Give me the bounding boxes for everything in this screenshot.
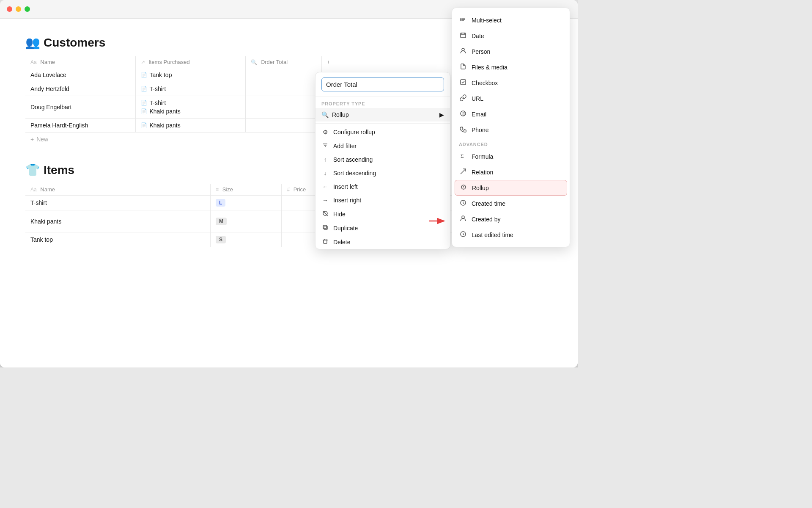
rollup-search-icon: 🔍 xyxy=(321,111,329,118)
url-icon xyxy=(459,94,467,102)
multiselect-option[interactable]: Multi-select xyxy=(452,12,570,28)
date-icon xyxy=(459,32,467,40)
date-label: Date xyxy=(472,33,484,39)
multiselect-icon xyxy=(459,16,467,24)
plus-icon: + xyxy=(30,136,34,143)
price-col-icon: # xyxy=(287,187,290,193)
new-row-label: New xyxy=(36,136,48,143)
relation-label: Relation xyxy=(472,169,493,176)
add-filter-label: Add filter xyxy=(333,143,357,149)
customer-name-pamela: Pamela Hardt-English xyxy=(25,119,135,133)
items-col-size[interactable]: ≡ Size xyxy=(211,184,282,196)
relation-icon xyxy=(459,168,467,176)
person-option[interactable]: Person xyxy=(452,44,570,59)
customers-col-items[interactable]: ↗ Items Purchased xyxy=(135,56,245,68)
column-name-input-row xyxy=(315,72,450,97)
maximize-button[interactable] xyxy=(25,6,30,12)
svg-text:@: @ xyxy=(462,112,466,116)
column-name-input[interactable] xyxy=(321,77,444,91)
item-doc-icon: 📄 xyxy=(141,108,147,114)
add-filter-item[interactable]: Add filter xyxy=(315,139,450,153)
name-col-icon: Aa xyxy=(30,59,37,65)
items-title-text: Items xyxy=(44,163,74,177)
sort-desc-icon: ↓ xyxy=(321,170,329,177)
property-type-label: PROPERTY TYPE xyxy=(315,97,450,108)
insert-right-item[interactable]: → Insert right xyxy=(315,193,450,207)
delete-item[interactable]: Delete xyxy=(315,235,450,249)
property-type-value: Rollup xyxy=(332,111,349,118)
created-time-icon xyxy=(459,199,467,207)
phone-option[interactable]: Phone xyxy=(452,122,570,138)
last-edited-time-icon xyxy=(459,231,467,239)
items-col-name[interactable]: Aa Name xyxy=(25,184,211,196)
rollup-arrow-indicator xyxy=(427,215,447,227)
svg-point-31 xyxy=(462,216,464,218)
created-time-option[interactable]: Created time xyxy=(452,196,570,211)
item-size-tshirt: L xyxy=(211,196,282,210)
checkbox-option[interactable]: Checkbox xyxy=(452,75,570,91)
svg-text:Σ: Σ xyxy=(461,153,464,159)
date-option[interactable]: Date xyxy=(452,28,570,44)
size-col-icon: ≡ xyxy=(216,187,219,193)
customers-col-items-label: Items Purchased xyxy=(148,59,190,65)
menu-divider xyxy=(315,123,450,124)
customer-total-andy xyxy=(245,82,321,96)
hide-label: Hide xyxy=(333,211,346,218)
svg-line-26 xyxy=(461,169,466,174)
sort-ascending-item[interactable]: ↑ Sort ascending xyxy=(315,153,450,166)
item-doc-icon: 📄 xyxy=(141,100,147,106)
name-col-icon: Aa xyxy=(30,187,37,193)
email-option[interactable]: @ Email xyxy=(452,106,570,122)
customer-items-doug: 📄 T-shirt 📄 Khaki pants xyxy=(135,96,245,119)
configure-rollup-item[interactable]: ⚙ Configure rollup xyxy=(315,125,450,139)
item-name-tshirt: T-shirt xyxy=(25,196,211,210)
sort-ascending-label: Sort ascending xyxy=(333,156,373,163)
items-col-size-label: Size xyxy=(222,186,233,193)
customers-emoji: 👥 xyxy=(25,36,40,50)
item-size-khaki: M xyxy=(211,210,282,232)
formula-label: Formula xyxy=(472,153,493,160)
rollup-option[interactable]: Rollup xyxy=(455,180,567,196)
property-type-selector[interactable]: 🔍 Rollup ▶ xyxy=(315,108,450,121)
last-edited-time-option[interactable]: Last edited time xyxy=(452,227,570,243)
insert-right-icon: → xyxy=(321,197,329,204)
insert-left-item[interactable]: ← Insert left xyxy=(315,180,450,193)
sort-descending-label: Sort descending xyxy=(333,170,376,177)
customer-name-doug: Doug Engelbart xyxy=(25,96,135,119)
created-time-label: Created time xyxy=(472,200,505,207)
delete-label: Delete xyxy=(333,239,350,246)
svg-rect-6 xyxy=(323,225,326,229)
created-by-option[interactable]: Created by xyxy=(452,211,570,227)
customers-col-name-label: Name xyxy=(40,59,55,65)
property-type-panel: Multi-select Date Person xyxy=(452,8,570,247)
customers-title-text: Customers xyxy=(44,36,105,50)
checkbox-icon xyxy=(459,79,467,87)
customers-col-total[interactable]: 🔍 Order Total xyxy=(245,56,321,68)
rollup-label: Rollup xyxy=(472,185,489,191)
files-media-label: Files & media xyxy=(472,64,508,71)
close-button[interactable] xyxy=(7,6,12,12)
svg-rect-17 xyxy=(461,33,466,38)
items-col-icon: ↗ xyxy=(141,59,145,65)
size-badge: S xyxy=(216,236,226,243)
url-option[interactable]: URL xyxy=(452,91,570,106)
rollup-icon xyxy=(459,184,468,192)
property-type-icon-group: 🔍 Rollup xyxy=(321,111,349,118)
item-doc-icon: 📄 xyxy=(141,72,147,78)
item-name-tanktop: Tank top xyxy=(25,232,211,247)
customer-total-pamela xyxy=(245,119,321,133)
duplicate-icon xyxy=(321,224,329,232)
app-window: 👥 Customers ··· Aa Name ↗ I xyxy=(0,0,578,367)
relation-option[interactable]: Relation xyxy=(452,164,570,180)
customers-col-name[interactable]: Aa Name xyxy=(25,56,135,68)
sort-descending-item[interactable]: ↓ Sort descending xyxy=(315,166,450,180)
duplicate-label: Duplicate xyxy=(333,225,358,232)
minimize-button[interactable] xyxy=(16,6,21,12)
files-media-option[interactable]: Files & media xyxy=(452,59,570,75)
customer-name-andy: Andy Hertzfeld xyxy=(25,82,135,96)
formula-option[interactable]: Σ Formula xyxy=(452,149,570,164)
customer-items-pamela: 📄 Khaki pants xyxy=(135,119,245,133)
svg-point-14 xyxy=(460,18,461,19)
item-name-khaki: Khaki pants xyxy=(25,210,211,232)
url-label: URL xyxy=(472,95,483,102)
